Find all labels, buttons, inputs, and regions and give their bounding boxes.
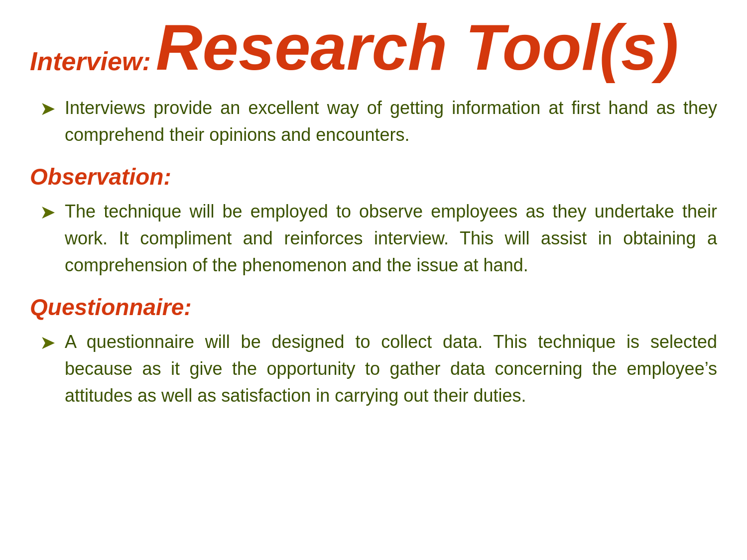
arrow-icon-3: ➤ — [40, 331, 56, 355]
observation-heading: Observation: — [30, 163, 717, 190]
questionnaire-bullet: ➤ A questionnaire will be designed to co… — [30, 329, 717, 409]
arrow-icon-1: ➤ — [40, 97, 56, 121]
questionnaire-text: A questionnaire will be designed to coll… — [65, 329, 717, 409]
interview-bullet: ➤ Interviews provide an excellent way of… — [30, 95, 717, 148]
observation-bullet: ➤ The technique will be employed to obse… — [30, 198, 717, 279]
interview-text: Interviews provide an excellent way of g… — [65, 95, 717, 148]
interview-section: ➤ Interviews provide an excellent way of… — [30, 95, 717, 148]
observation-text: The technique will be employed to observ… — [65, 198, 717, 279]
arrow-icon-2: ➤ — [40, 200, 56, 224]
observation-section: Observation: ➤ The technique will be emp… — [30, 163, 717, 279]
main-title: Research Tool(s) — [156, 15, 679, 80]
page-header: Interview: Research Tool(s) — [30, 15, 717, 80]
questionnaire-heading: Questionnaire: — [30, 294, 717, 321]
interview-label: Interview: — [30, 47, 151, 80]
questionnaire-section: Questionnaire: ➤ A questionnaire will be… — [30, 294, 717, 409]
